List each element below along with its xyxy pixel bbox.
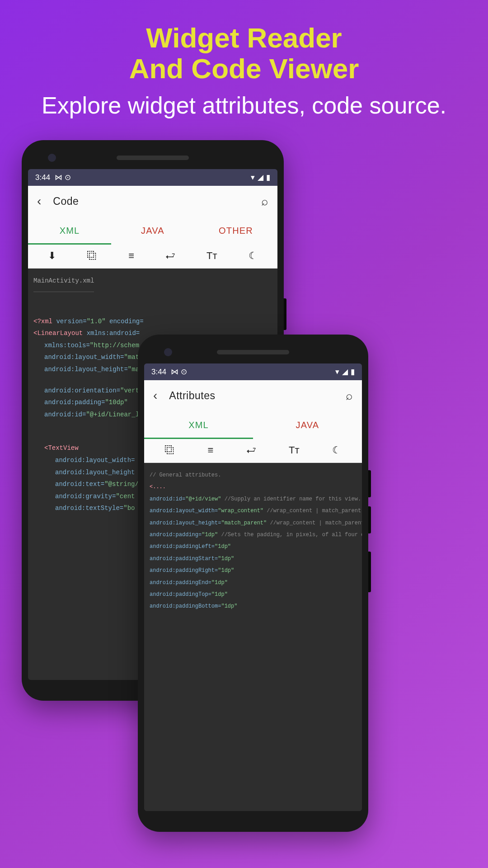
tabs: XML JAVA — [144, 411, 362, 439]
text-size-icon[interactable]: Tт — [289, 444, 300, 456]
dark-mode-icon[interactable]: ☾ — [249, 250, 258, 262]
tab-java[interactable]: JAVA — [253, 411, 362, 439]
menu-icon[interactable]: ≡ — [128, 250, 134, 262]
tab-java[interactable]: JAVA — [111, 217, 194, 245]
status-time: 3:44 — [151, 368, 166, 377]
speaker-grille — [217, 350, 289, 354]
tab-xml[interactable]: XML — [144, 411, 253, 439]
menu-icon[interactable]: ≡ — [207, 444, 213, 456]
phone-side-button — [284, 298, 286, 330]
app-bar: ‹ Attributes ⌕ — [144, 380, 362, 411]
dark-mode-icon[interactable]: ☾ — [332, 444, 341, 456]
code-line: android:layout_width="wrap_content" //wr… — [150, 505, 357, 517]
code-line: android:padding="1dp" //Sets the padding… — [150, 529, 357, 541]
code-line: <?xml version="1.0" encoding= — [33, 316, 272, 328]
hero-title-line1: Widget Reader — [0, 23, 488, 53]
phone-notch — [28, 149, 277, 169]
hero-section: Widget Reader And Code Viewer Explore wi… — [0, 0, 488, 119]
search-icon[interactable]: ⌕ — [261, 194, 268, 208]
hero-title: Widget Reader And Code Viewer — [0, 23, 488, 84]
code-line: // General attributes. — [150, 469, 357, 481]
signal-icon: ◢ — [342, 367, 348, 377]
wrap-icon[interactable]: ⮐ — [246, 444, 256, 456]
tab-xml[interactable]: XML — [28, 217, 111, 245]
tabs: XML JAVA OTHER — [28, 217, 277, 245]
camera-dot — [48, 154, 56, 162]
copy-icon[interactable]: ⿻ — [87, 250, 97, 262]
tab-other[interactable]: OTHER — [194, 217, 277, 245]
code-line: android:layout_height="match_parent" //w… — [150, 517, 357, 529]
code-line: android:paddingTop="1dp" — [150, 589, 357, 600]
camera-dot — [164, 348, 172, 356]
status-icons-left: ⋈ ⊙ — [55, 173, 71, 182]
toolbar: ⿻ ≡ ⮐ Tт ☾ — [144, 439, 362, 463]
code-line: android:paddingStart="1dp" — [150, 553, 357, 565]
status-time: 3:44 — [35, 173, 50, 182]
code-line: android:paddingLeft="1dp" — [150, 541, 357, 552]
download-icon[interactable]: ⬇ — [48, 250, 56, 262]
phone-notch — [144, 344, 362, 363]
search-icon[interactable]: ⌕ — [346, 389, 353, 403]
app-bar: ‹ Code ⌕ — [28, 186, 277, 217]
text-size-icon[interactable]: Tт — [206, 250, 217, 262]
back-icon[interactable]: ‹ — [153, 388, 157, 403]
phone-side-button — [368, 470, 371, 497]
code-viewer[interactable]: // General attributes. <.... android:id=… — [144, 463, 362, 811]
code-line: android:paddingEnd="1dp" — [150, 577, 357, 589]
code-line: android:paddingBottom="1dp" — [150, 600, 357, 612]
app-bar-title: Code — [53, 195, 249, 208]
code-line: <.... — [150, 481, 357, 493]
wifi-icon: ▾ — [251, 173, 255, 182]
battery-icon: ▮ — [266, 173, 270, 182]
toolbar: ⬇ ⿻ ≡ ⮐ Tт ☾ — [28, 245, 277, 269]
phone-side-button — [368, 552, 371, 592]
status-icons-left: ⋈ ⊙ — [171, 367, 187, 377]
code-line: android:id="@+id/view" //Supply an ident… — [150, 493, 357, 505]
phone-screen: 3:44 ⋈ ⊙ ▾ ◢ ▮ ‹ Attributes ⌕ XML JAVA ⿻… — [144, 363, 362, 811]
status-bar: 3:44 ⋈ ⊙ ▾ ◢ ▮ — [144, 363, 362, 380]
speaker-grille — [117, 156, 189, 160]
code-line: android:paddingRight="1dp" — [150, 565, 357, 576]
back-icon[interactable]: ‹ — [37, 194, 41, 208]
phone-mockup-attributes: 3:44 ⋈ ⊙ ▾ ◢ ▮ ‹ Attributes ⌕ XML JAVA ⿻… — [138, 335, 368, 832]
app-bar-title: Attributes — [169, 390, 334, 402]
signal-icon: ◢ — [258, 173, 263, 182]
status-bar: 3:44 ⋈ ⊙ ▾ ◢ ▮ — [28, 169, 277, 186]
hero-subtitle: Explore widget attributes, code source. — [0, 92, 488, 119]
filename-label: MainActivity.xml — [33, 275, 94, 292]
wifi-icon: ▾ — [335, 367, 339, 377]
wrap-icon[interactable]: ⮐ — [165, 250, 175, 262]
phone-side-button — [368, 506, 371, 533]
hero-title-line2: And Code Viewer — [0, 53, 488, 84]
battery-icon: ▮ — [351, 367, 355, 377]
copy-icon[interactable]: ⿻ — [165, 444, 175, 456]
